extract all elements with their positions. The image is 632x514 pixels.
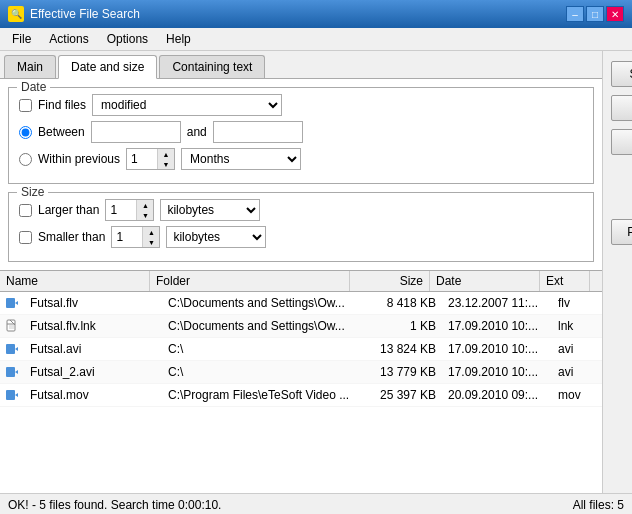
table-row[interactable]: Futsal.movC:\Program Files\eTeSoft Video…	[0, 384, 602, 407]
file-icon	[4, 364, 20, 380]
file-list-container: Name Folder Size Date Ext Futsal.flvC:\D…	[0, 270, 602, 493]
menu-file[interactable]: File	[4, 30, 39, 48]
larger-down-arrow[interactable]: ▼	[137, 210, 153, 220]
file-ext: avi	[552, 363, 602, 381]
file-ext: flv	[552, 294, 602, 312]
larger-unit-dropdown[interactable]: kilobytes bytes megabytes	[160, 199, 260, 221]
tab-main[interactable]: Main	[4, 55, 56, 78]
find-files-label: Find files	[38, 98, 86, 112]
within-radio[interactable]	[19, 153, 32, 166]
smaller-unit-dropdown[interactable]: kilobytes bytes megabytes	[166, 226, 266, 248]
window-controls: – □ ✕	[566, 6, 624, 22]
file-list-header: Name Folder Size Date Ext	[0, 271, 602, 292]
file-name: Futsal_2.avi	[24, 363, 162, 381]
size-group-label: Size	[17, 185, 48, 199]
date-to-input[interactable]: 20.09.2010	[213, 121, 303, 143]
smaller-value-combo[interactable]: ▲ ▼	[111, 226, 160, 248]
menu-actions[interactable]: Actions	[41, 30, 96, 48]
file-date: 17.09.2010 10:...	[442, 340, 552, 358]
larger-arrows: ▲ ▼	[136, 200, 153, 220]
period-dropdown[interactable]: Months Days Weeks Years	[181, 148, 301, 170]
within-value-combo[interactable]: ▲ ▼	[126, 148, 175, 170]
smaller-arrows: ▲ ▼	[142, 227, 159, 247]
file-icon	[4, 387, 20, 403]
menu-help[interactable]: Help	[158, 30, 199, 48]
file-name: Futsal.flv	[24, 294, 162, 312]
file-date: 23.12.2007 11:...	[442, 294, 552, 312]
table-row[interactable]: Futsal.flv.lnkC:\Documents and Settings\…	[0, 315, 602, 338]
tab-date-size[interactable]: Date and size	[58, 55, 157, 79]
size-group: Size Larger than ▲ ▼ kilobytes	[8, 192, 594, 262]
file-folder: C:\	[162, 340, 362, 358]
col-header-size[interactable]: Size	[350, 271, 430, 291]
within-up-arrow[interactable]: ▲	[158, 149, 174, 159]
close-button[interactable]: ✕	[606, 6, 624, 22]
table-row[interactable]: Futsal.flvC:\Documents and Settings\Ow..…	[0, 292, 602, 315]
minimize-button[interactable]: –	[566, 6, 584, 22]
file-size: 25 397 KB	[362, 386, 442, 404]
left-panel: Main Date and size Containing text Date …	[0, 51, 603, 493]
date-type-select[interactable]: modified created accessed	[93, 97, 281, 113]
file-size: 1 KB	[362, 317, 442, 335]
date-from-input[interactable]: 21.08.2010	[91, 121, 181, 143]
smaller-value-input[interactable]	[112, 228, 142, 246]
larger-value-combo[interactable]: ▲ ▼	[105, 199, 154, 221]
larger-value-input[interactable]	[106, 201, 136, 219]
file-folder: C:\Program Files\eTeSoft Video ...	[162, 386, 362, 404]
status-right: All files: 5	[573, 498, 624, 512]
tab-containing-text[interactable]: Containing text	[159, 55, 265, 78]
smaller-down-arrow[interactable]: ▼	[143, 237, 159, 247]
file-date: 17.09.2010 10:...	[442, 317, 552, 335]
reset-button[interactable]: Reset	[611, 129, 632, 155]
titlebar: 🔍 Effective File Search – □ ✕	[0, 0, 632, 28]
main-content: Main Date and size Containing text Date …	[0, 51, 632, 493]
smaller-up-arrow[interactable]: ▲	[143, 227, 159, 237]
within-value-input[interactable]	[127, 150, 157, 168]
file-folder: C:\Documents and Settings\Ow...	[162, 317, 362, 335]
maximize-button[interactable]: □	[586, 6, 604, 22]
menu-options[interactable]: Options	[99, 30, 156, 48]
preview-button[interactable]: Preview	[611, 219, 632, 245]
col-header-name[interactable]: Name	[0, 271, 150, 291]
statusbar: OK! - 5 files found. Search time 0:00:10…	[0, 493, 632, 514]
larger-checkbox[interactable]	[19, 204, 32, 217]
col-header-folder[interactable]: Folder	[150, 271, 350, 291]
svg-marker-8	[15, 347, 18, 351]
stop-button[interactable]: Stop	[611, 95, 632, 121]
file-icon	[4, 341, 20, 357]
find-files-checkbox[interactable]	[19, 99, 32, 112]
smaller-checkbox[interactable]	[19, 231, 32, 244]
svg-rect-11	[6, 390, 15, 400]
search-button[interactable]: Search	[611, 61, 632, 87]
right-panel: Search Stop Reset Preview	[603, 51, 632, 493]
file-size: 13 779 KB	[362, 363, 442, 381]
file-icon	[4, 318, 20, 334]
within-label: Within previous	[38, 152, 120, 166]
within-arrows: ▲ ▼	[157, 149, 174, 169]
file-name: Futsal.mov	[24, 386, 162, 404]
table-row[interactable]: Futsal.aviC:\13 824 KB17.09.2010 10:...a…	[0, 338, 602, 361]
date-type-dropdown[interactable]: modified created accessed	[92, 94, 282, 116]
smaller-than-row: Smaller than ▲ ▼ kilobytes bytes megabyt…	[19, 226, 583, 248]
app-title: Effective File Search	[30, 7, 560, 21]
svg-marker-10	[15, 370, 18, 374]
period-select[interactable]: Months Days Weeks Years	[182, 151, 300, 167]
file-ext: mov	[552, 386, 602, 404]
between-radio[interactable]	[19, 126, 32, 139]
find-files-row: Find files modified created accessed	[19, 94, 583, 116]
svg-marker-1	[15, 301, 18, 305]
col-header-ext[interactable]: Ext	[540, 271, 590, 291]
col-header-date[interactable]: Date	[430, 271, 540, 291]
smaller-unit-select[interactable]: kilobytes bytes megabytes	[167, 229, 265, 245]
svg-rect-9	[6, 367, 15, 377]
smaller-label: Smaller than	[38, 230, 105, 244]
within-down-arrow[interactable]: ▼	[158, 159, 174, 169]
table-row[interactable]: Futsal_2.aviC:\13 779 KB17.09.2010 10:..…	[0, 361, 602, 384]
svg-rect-7	[6, 344, 15, 354]
larger-up-arrow[interactable]: ▲	[137, 200, 153, 210]
file-folder: C:\Documents and Settings\Ow...	[162, 294, 362, 312]
date-group: Date Find files modified created accesse…	[8, 87, 594, 184]
within-row: Within previous ▲ ▼ Months Days Weeks	[19, 148, 583, 170]
larger-unit-select[interactable]: kilobytes bytes megabytes	[161, 202, 259, 218]
file-date: 20.09.2010 09:...	[442, 386, 552, 404]
